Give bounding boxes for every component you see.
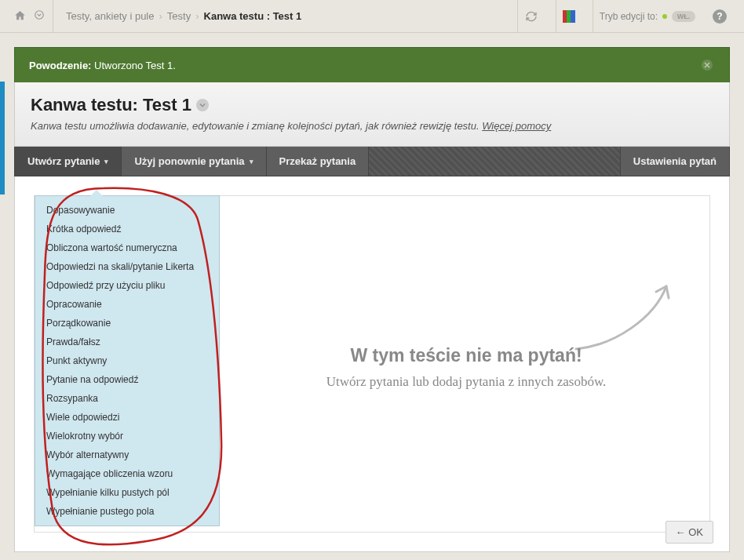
question-type-item[interactable]: Dopasowywanie xyxy=(35,201,219,220)
breadcrumb-current: Kanwa testu : Test 1 xyxy=(204,10,302,22)
title-options-icon[interactable] xyxy=(196,99,209,111)
breadcrumb-item-2[interactable]: Testy xyxy=(167,10,191,22)
page-title: Kanwa testu: Test 1 xyxy=(31,95,713,115)
empty-subtext: Utwórz pytania lub dodaj pytania z innyc… xyxy=(254,374,678,390)
create-question-button[interactable]: Utwórz pytanie ▾ xyxy=(15,147,122,176)
question-type-item[interactable]: Porządkowanie xyxy=(35,314,219,333)
question-type-item[interactable]: Wielokrotny wybór xyxy=(35,427,219,445)
ok-button[interactable]: ← OK xyxy=(666,521,713,544)
svg-rect-3 xyxy=(571,10,575,23)
svg-rect-2 xyxy=(567,10,571,23)
close-success-icon[interactable] xyxy=(699,57,715,73)
reuse-question-button[interactable]: Użyj ponownie pytania ▾ xyxy=(122,147,266,176)
left-accent xyxy=(0,82,5,195)
question-type-item[interactable]: Punkt aktywny xyxy=(35,351,219,370)
breadcrumb-item-1[interactable]: Testy, ankiety i pule xyxy=(66,10,154,22)
upload-questions-button[interactable]: Przekaż pytania xyxy=(267,147,370,176)
create-question-dropdown: DopasowywanieKrótka odpowiedźObliczona w… xyxy=(35,195,220,526)
question-type-item[interactable]: Odpowiedź przy użyciu pliku xyxy=(35,276,219,295)
question-type-item[interactable]: Wymagające obliczenia wzoru xyxy=(35,464,219,483)
pointer-arrow-icon xyxy=(568,275,678,353)
svg-rect-1 xyxy=(563,10,567,23)
theme-button[interactable] xyxy=(556,0,582,32)
action-bar: Utwórz pytanie ▾ Użyj ponownie pytania ▾… xyxy=(14,147,730,176)
chevron-down-icon: ▾ xyxy=(250,158,253,165)
question-type-item[interactable]: Rozsypanka xyxy=(35,389,219,408)
question-type-item[interactable]: Pytanie na odpowiedź xyxy=(35,370,219,389)
page-description: Kanwa testu umożliwia dodawanie, edytowa… xyxy=(31,120,713,132)
help-icon[interactable]: ? xyxy=(713,9,727,24)
question-type-item[interactable]: Wiele odpowiedzi xyxy=(35,408,219,427)
question-type-item[interactable]: Opracowanie xyxy=(35,295,219,314)
breadcrumb: Testy, ankiety i pule › Testy › Kanwa te… xyxy=(53,10,512,22)
success-banner: Powodzenie: Utworzono Test 1. xyxy=(14,47,730,82)
refresh-button[interactable] xyxy=(517,0,545,32)
canvas-area: DopasowywanieKrótka odpowiedźObliczona w… xyxy=(34,195,710,533)
question-type-item[interactable]: Wypełnianie kilku pustych pól xyxy=(35,483,219,502)
svg-point-0 xyxy=(35,11,44,20)
question-type-item[interactable]: Prawda/fałsz xyxy=(35,333,219,351)
home-icon[interactable] xyxy=(14,9,26,24)
sidebar-toggle-icon[interactable] xyxy=(34,9,45,23)
question-settings-button[interactable]: Ustawienia pytań xyxy=(620,147,729,176)
chevron-down-icon: ▾ xyxy=(104,158,108,165)
question-type-item[interactable]: Wypełnianie pustego pola xyxy=(35,502,219,521)
more-help-link[interactable]: Więcej pomocy xyxy=(482,120,551,132)
question-type-item[interactable]: Krótka odpowiedź xyxy=(35,220,219,238)
question-type-item[interactable]: Obliczona wartość numeryczna xyxy=(35,238,219,257)
edit-mode-toggle[interactable]: Tryb edycji to: WŁ. xyxy=(593,0,702,32)
question-type-item[interactable]: Odpowiedzi na skali/pytanie Likerta xyxy=(35,257,219,276)
empty-heading: W tym teście nie ma pytań! xyxy=(254,345,678,366)
question-type-item[interactable]: Wybór alternatywny xyxy=(35,445,219,464)
